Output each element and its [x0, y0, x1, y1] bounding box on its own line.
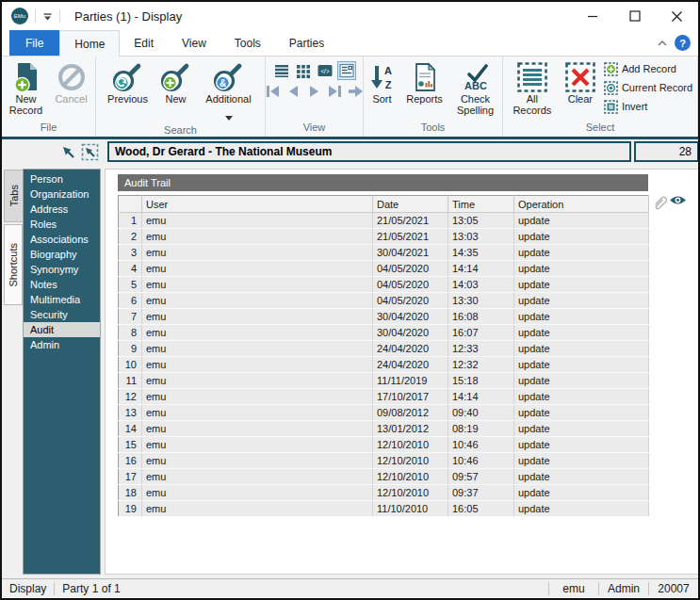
- column-header-time[interactable]: Time: [448, 196, 514, 213]
- table-row[interactable]: 2emu21/05/202113:03update: [119, 229, 649, 245]
- tab-file[interactable]: File: [9, 30, 59, 56]
- table-row[interactable]: 14emu13/01/201208:19update: [119, 421, 649, 437]
- quick-access-dropdown-icon[interactable]: [42, 11, 53, 22]
- table-row[interactable]: 7emu30/04/202016:08update: [119, 309, 649, 325]
- tab-home[interactable]: Home: [59, 30, 120, 57]
- emu-app-icon[interactable]: EMu: [11, 8, 28, 24]
- sidebar-item-person[interactable]: Person: [24, 171, 100, 186]
- sort-button[interactable]: A Z Sort: [365, 58, 400, 105]
- clear-selection-button[interactable]: Clear: [561, 58, 600, 105]
- cell-date: 17/10/2017: [373, 389, 448, 405]
- cell-user: emu: [142, 229, 373, 245]
- record-summary-field: Wood, Dr Gerard - The National Museum: [107, 141, 631, 162]
- collapse-ribbon-icon[interactable]: [650, 30, 675, 56]
- attachment-icon[interactable]: [651, 192, 667, 215]
- table-row[interactable]: 18emu12/10/201009:37update: [119, 485, 649, 501]
- sidebar-item-multimedia[interactable]: Multimedia: [24, 292, 100, 307]
- table-row[interactable]: 8emu30/04/202016:07update: [119, 325, 649, 341]
- row-number: 3: [119, 245, 142, 261]
- rail-tab-tabs[interactable]: Tabs: [4, 170, 23, 222]
- cell-time: 14:14: [448, 261, 514, 277]
- sidebar-item-biography[interactable]: Biography: [24, 247, 100, 262]
- sidebar-item-address[interactable]: Address: [24, 202, 100, 217]
- sidebar-item-roles[interactable]: Roles: [24, 217, 100, 232]
- new-record-button[interactable]: New Record: [5, 58, 48, 116]
- row-number: 19: [119, 501, 142, 517]
- next-record-button[interactable]: [305, 83, 323, 100]
- goto-record-button[interactable]: [347, 83, 365, 100]
- cell-operation: update: [514, 469, 649, 485]
- table-row[interactable]: 3emu30/04/202114:35update: [119, 245, 649, 261]
- row-number: 8: [119, 325, 142, 341]
- sidebar-item-audit[interactable]: Audit: [24, 322, 100, 337]
- table-row[interactable]: 13emu09/08/201209:40update: [119, 405, 649, 421]
- add-record-button[interactable]: Add Record: [604, 60, 692, 77]
- pointer-tool-button[interactable]: [58, 142, 77, 161]
- sidebar-item-security[interactable]: Security: [24, 307, 100, 322]
- cell-operation: update: [514, 405, 649, 421]
- maximize-button[interactable]: [613, 2, 656, 30]
- table-row[interactable]: 6emu04/05/202013:30update: [119, 293, 649, 309]
- additional-search-button[interactable]: & Additional: [198, 58, 260, 124]
- rail-tab-shortcuts[interactable]: Shortcuts: [4, 224, 23, 305]
- grid-view-button[interactable]: [294, 61, 313, 80]
- cell-user: emu: [142, 421, 373, 437]
- title-bar: EMu Parties (1) - Display: [2, 2, 698, 30]
- code-view-button[interactable]: </>: [316, 61, 334, 80]
- form-view-button[interactable]: [337, 61, 356, 80]
- sidebar-item-synonymy[interactable]: Synonymy: [24, 262, 100, 277]
- reports-button[interactable]: Reports: [402, 58, 448, 105]
- sidebar-item-notes[interactable]: Notes: [24, 277, 100, 292]
- column-header-user[interactable]: User: [142, 196, 373, 213]
- sidebar-item-organization[interactable]: Organization: [24, 186, 100, 202]
- column-header-operation[interactable]: Operation: [514, 196, 649, 213]
- window-title: Parties (1) - Display: [74, 9, 182, 24]
- table-row[interactable]: 12emu17/10/201714:14update: [119, 389, 649, 405]
- table-row[interactable]: 11emu11/11/201915:18update: [119, 373, 649, 389]
- last-record-button[interactable]: [326, 83, 344, 100]
- table-row[interactable]: 16emu12/10/201010:46update: [119, 453, 649, 469]
- sidebar-item-associations[interactable]: Associations: [24, 232, 100, 247]
- check-spelling-button[interactable]: ABC Check Spelling: [449, 58, 502, 116]
- previous-record-button[interactable]: [285, 83, 302, 100]
- cancel-button[interactable]: Cancel: [50, 58, 93, 105]
- cell-operation: update: [514, 501, 649, 517]
- help-button[interactable]: ?: [675, 35, 691, 51]
- row-number: 18: [119, 485, 142, 501]
- tab-edit[interactable]: Edit: [120, 30, 168, 56]
- column-header-date[interactable]: Date: [373, 196, 448, 213]
- close-button[interactable]: [656, 2, 698, 30]
- cell-user: emu: [142, 453, 373, 469]
- tab-parties[interactable]: Parties: [275, 30, 338, 56]
- cell-date: 13/01/2012: [373, 421, 448, 437]
- divider: [59, 9, 60, 23]
- cell-date: 21/05/2021: [373, 229, 448, 245]
- first-record-button[interactable]: [264, 83, 282, 100]
- all-records-button[interactable]: All Records: [508, 58, 557, 116]
- svg-text:&: &: [220, 78, 226, 89]
- minimize-button[interactable]: [571, 2, 613, 30]
- table-row[interactable]: 10emu24/04/202012:32update: [119, 357, 649, 373]
- row-number: 9: [119, 341, 142, 357]
- new-search-button[interactable]: New: [156, 58, 196, 105]
- table-row[interactable]: 17emu12/10/201009:57update: [119, 469, 649, 485]
- tab-view[interactable]: View: [168, 30, 220, 56]
- content-area: Wood, Dr Gerard - The National Museum 28…: [2, 139, 698, 578]
- cell-user: emu: [142, 261, 373, 277]
- table-row[interactable]: 4emu04/05/202014:14update: [119, 261, 649, 277]
- additional-dropdown-caret: [225, 107, 233, 124]
- select-pointer-tool-button[interactable]: [80, 142, 99, 161]
- table-row[interactable]: 19emu11/10/201016:05update: [119, 501, 649, 517]
- view-record-eye-icon[interactable]: [669, 193, 687, 210]
- previous-search-button[interactable]: Previous: [102, 58, 155, 105]
- tab-tools[interactable]: Tools: [220, 30, 275, 56]
- table-row[interactable]: 15emu12/10/201010:46update: [119, 437, 649, 453]
- current-record-button[interactable]: Current Record: [604, 79, 692, 96]
- table-row[interactable]: 5emu04/05/202014:03update: [119, 277, 649, 293]
- table-row[interactable]: 1emu21/05/202113:05update: [119, 213, 649, 229]
- list-view-button[interactable]: [272, 61, 291, 80]
- table-row[interactable]: 9emu24/04/202012:33update: [119, 341, 649, 357]
- cell-user: emu: [142, 357, 373, 373]
- invert-selection-button[interactable]: Invert: [604, 98, 692, 115]
- sidebar-item-admin[interactable]: Admin: [24, 337, 100, 352]
